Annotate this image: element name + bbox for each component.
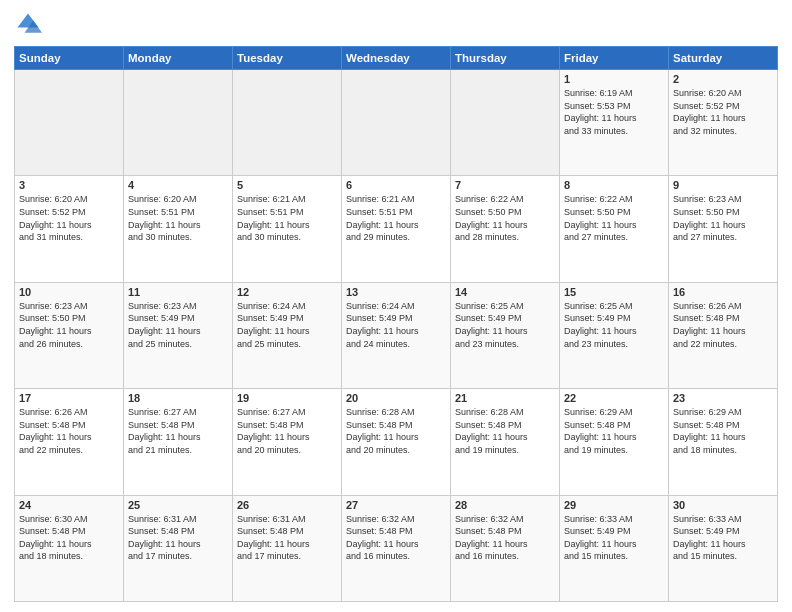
calendar-cell: 10Sunrise: 6:23 AMSunset: 5:50 PMDayligh… [15,282,124,388]
day-info: Sunrise: 6:20 AMSunset: 5:51 PMDaylight:… [128,193,228,243]
week-row-1: 3Sunrise: 6:20 AMSunset: 5:52 PMDaylight… [15,176,778,282]
calendar-cell: 23Sunrise: 6:29 AMSunset: 5:48 PMDayligh… [669,389,778,495]
calendar-cell: 22Sunrise: 6:29 AMSunset: 5:48 PMDayligh… [560,389,669,495]
day-number: 18 [128,392,228,404]
logo-icon [14,10,42,38]
day-number: 22 [564,392,664,404]
day-info: Sunrise: 6:23 AMSunset: 5:50 PMDaylight:… [19,300,119,350]
calendar-cell [342,70,451,176]
day-number: 7 [455,179,555,191]
calendar-cell: 11Sunrise: 6:23 AMSunset: 5:49 PMDayligh… [124,282,233,388]
day-info: Sunrise: 6:20 AMSunset: 5:52 PMDaylight:… [673,87,773,137]
day-number: 1 [564,73,664,85]
day-number: 13 [346,286,446,298]
calendar-cell: 15Sunrise: 6:25 AMSunset: 5:49 PMDayligh… [560,282,669,388]
day-number: 15 [564,286,664,298]
day-number: 29 [564,499,664,511]
day-info: Sunrise: 6:28 AMSunset: 5:48 PMDaylight:… [455,406,555,456]
day-number: 17 [19,392,119,404]
day-number: 25 [128,499,228,511]
calendar-table: SundayMondayTuesdayWednesdayThursdayFrid… [14,46,778,602]
page: SundayMondayTuesdayWednesdayThursdayFrid… [0,0,792,612]
calendar-cell: 20Sunrise: 6:28 AMSunset: 5:48 PMDayligh… [342,389,451,495]
day-number: 26 [237,499,337,511]
calendar-cell: 26Sunrise: 6:31 AMSunset: 5:48 PMDayligh… [233,495,342,601]
weekday-header-thursday: Thursday [451,47,560,70]
day-info: Sunrise: 6:30 AMSunset: 5:48 PMDaylight:… [19,513,119,563]
day-number: 2 [673,73,773,85]
day-number: 16 [673,286,773,298]
day-number: 10 [19,286,119,298]
day-number: 21 [455,392,555,404]
week-row-2: 10Sunrise: 6:23 AMSunset: 5:50 PMDayligh… [15,282,778,388]
day-info: Sunrise: 6:20 AMSunset: 5:52 PMDaylight:… [19,193,119,243]
day-number: 14 [455,286,555,298]
day-number: 12 [237,286,337,298]
logo [14,10,46,38]
weekday-header-friday: Friday [560,47,669,70]
day-info: Sunrise: 6:22 AMSunset: 5:50 PMDaylight:… [564,193,664,243]
calendar-cell: 5Sunrise: 6:21 AMSunset: 5:51 PMDaylight… [233,176,342,282]
day-number: 8 [564,179,664,191]
day-info: Sunrise: 6:27 AMSunset: 5:48 PMDaylight:… [128,406,228,456]
day-info: Sunrise: 6:24 AMSunset: 5:49 PMDaylight:… [237,300,337,350]
day-info: Sunrise: 6:29 AMSunset: 5:48 PMDaylight:… [564,406,664,456]
day-info: Sunrise: 6:32 AMSunset: 5:48 PMDaylight:… [346,513,446,563]
calendar-cell: 8Sunrise: 6:22 AMSunset: 5:50 PMDaylight… [560,176,669,282]
day-number: 20 [346,392,446,404]
day-info: Sunrise: 6:25 AMSunset: 5:49 PMDaylight:… [455,300,555,350]
calendar-cell: 30Sunrise: 6:33 AMSunset: 5:49 PMDayligh… [669,495,778,601]
day-info: Sunrise: 6:21 AMSunset: 5:51 PMDaylight:… [237,193,337,243]
day-info: Sunrise: 6:28 AMSunset: 5:48 PMDaylight:… [346,406,446,456]
header [14,10,778,38]
day-info: Sunrise: 6:26 AMSunset: 5:48 PMDaylight:… [19,406,119,456]
weekday-header-saturday: Saturday [669,47,778,70]
calendar-cell: 1Sunrise: 6:19 AMSunset: 5:53 PMDaylight… [560,70,669,176]
calendar-cell: 9Sunrise: 6:23 AMSunset: 5:50 PMDaylight… [669,176,778,282]
day-info: Sunrise: 6:24 AMSunset: 5:49 PMDaylight:… [346,300,446,350]
weekday-header-monday: Monday [124,47,233,70]
calendar-cell: 29Sunrise: 6:33 AMSunset: 5:49 PMDayligh… [560,495,669,601]
day-number: 11 [128,286,228,298]
calendar-cell [451,70,560,176]
calendar-cell [124,70,233,176]
weekday-header-wednesday: Wednesday [342,47,451,70]
calendar-cell: 17Sunrise: 6:26 AMSunset: 5:48 PMDayligh… [15,389,124,495]
calendar-cell [233,70,342,176]
calendar-cell: 16Sunrise: 6:26 AMSunset: 5:48 PMDayligh… [669,282,778,388]
day-info: Sunrise: 6:33 AMSunset: 5:49 PMDaylight:… [564,513,664,563]
calendar-cell: 25Sunrise: 6:31 AMSunset: 5:48 PMDayligh… [124,495,233,601]
calendar-cell: 13Sunrise: 6:24 AMSunset: 5:49 PMDayligh… [342,282,451,388]
day-number: 4 [128,179,228,191]
calendar-cell: 7Sunrise: 6:22 AMSunset: 5:50 PMDaylight… [451,176,560,282]
day-info: Sunrise: 6:23 AMSunset: 5:49 PMDaylight:… [128,300,228,350]
day-info: Sunrise: 6:26 AMSunset: 5:48 PMDaylight:… [673,300,773,350]
day-info: Sunrise: 6:21 AMSunset: 5:51 PMDaylight:… [346,193,446,243]
day-number: 9 [673,179,773,191]
day-info: Sunrise: 6:29 AMSunset: 5:48 PMDaylight:… [673,406,773,456]
day-number: 27 [346,499,446,511]
calendar-cell: 2Sunrise: 6:20 AMSunset: 5:52 PMDaylight… [669,70,778,176]
header-row: SundayMondayTuesdayWednesdayThursdayFrid… [15,47,778,70]
calendar-cell: 14Sunrise: 6:25 AMSunset: 5:49 PMDayligh… [451,282,560,388]
day-number: 6 [346,179,446,191]
day-info: Sunrise: 6:23 AMSunset: 5:50 PMDaylight:… [673,193,773,243]
week-row-4: 24Sunrise: 6:30 AMSunset: 5:48 PMDayligh… [15,495,778,601]
weekday-header-sunday: Sunday [15,47,124,70]
calendar-cell: 28Sunrise: 6:32 AMSunset: 5:48 PMDayligh… [451,495,560,601]
day-number: 5 [237,179,337,191]
day-info: Sunrise: 6:22 AMSunset: 5:50 PMDaylight:… [455,193,555,243]
day-info: Sunrise: 6:31 AMSunset: 5:48 PMDaylight:… [128,513,228,563]
calendar-cell: 19Sunrise: 6:27 AMSunset: 5:48 PMDayligh… [233,389,342,495]
day-info: Sunrise: 6:25 AMSunset: 5:49 PMDaylight:… [564,300,664,350]
day-info: Sunrise: 6:31 AMSunset: 5:48 PMDaylight:… [237,513,337,563]
weekday-header-tuesday: Tuesday [233,47,342,70]
day-info: Sunrise: 6:27 AMSunset: 5:48 PMDaylight:… [237,406,337,456]
day-info: Sunrise: 6:19 AMSunset: 5:53 PMDaylight:… [564,87,664,137]
day-number: 23 [673,392,773,404]
calendar-cell: 3Sunrise: 6:20 AMSunset: 5:52 PMDaylight… [15,176,124,282]
calendar-cell: 18Sunrise: 6:27 AMSunset: 5:48 PMDayligh… [124,389,233,495]
calendar-cell: 27Sunrise: 6:32 AMSunset: 5:48 PMDayligh… [342,495,451,601]
day-number: 19 [237,392,337,404]
calendar-cell: 12Sunrise: 6:24 AMSunset: 5:49 PMDayligh… [233,282,342,388]
